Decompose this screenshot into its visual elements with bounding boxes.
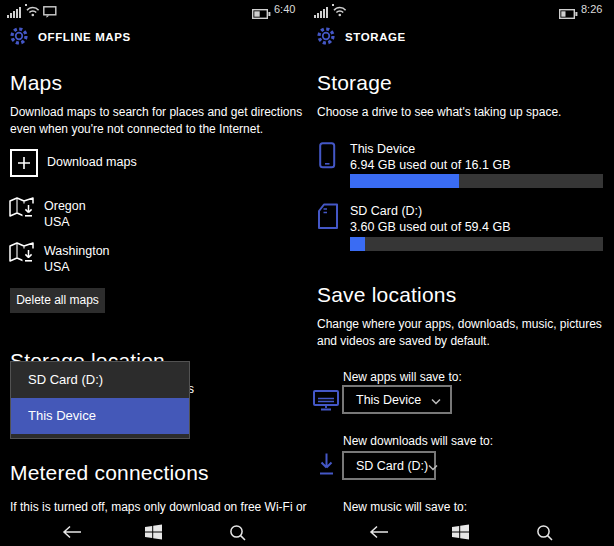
map-list-item[interactable]: Oregon USA bbox=[0, 192, 307, 232]
map-list-item[interactable]: Washington USA bbox=[0, 237, 307, 277]
dual-settings-screenshot: 6:40 OFFLINE MAPS Maps Download maps to … bbox=[0, 0, 614, 546]
windows-icon[interactable] bbox=[452, 524, 469, 544]
dropdown-value: SD Card (D:) bbox=[356, 459, 428, 473]
new-downloads-label: New downloads will save to: bbox=[343, 433, 493, 450]
download-icon bbox=[318, 452, 335, 481]
plus-icon bbox=[10, 149, 38, 177]
map-name: Washington bbox=[44, 243, 110, 259]
flyout-option-sd-card[interactable]: SD Card (D:) bbox=[11, 362, 189, 398]
map-name: Oregon bbox=[44, 198, 86, 214]
sd-card-icon bbox=[317, 203, 339, 234]
navigation-bar bbox=[0, 520, 307, 546]
battery-icon bbox=[559, 5, 578, 23]
new-apps-save-dropdown[interactable]: This Device bbox=[342, 385, 452, 414]
chevron-down-icon bbox=[428, 457, 438, 475]
maps-description: Download maps to search for places and g… bbox=[10, 104, 304, 137]
flyout-option-this-device[interactable]: This Device bbox=[11, 398, 189, 434]
storage-section-heading: Storage bbox=[317, 71, 392, 95]
drive-row-sd-card[interactable]: SD Card (D:) 3.60 GB used out of 59.4 GB bbox=[307, 200, 614, 255]
page-title: OFFLINE MAPS bbox=[38, 31, 131, 43]
phone-icon bbox=[319, 142, 336, 173]
offline-maps-screen: 6:40 OFFLINE MAPS Maps Download maps to … bbox=[0, 0, 307, 546]
download-maps-label: Download maps bbox=[47, 154, 137, 170]
maps-section-heading: Maps bbox=[10, 71, 62, 95]
settings-gear-icon bbox=[316, 26, 336, 50]
new-apps-label: New apps will save to: bbox=[343, 369, 462, 386]
map-download-icon bbox=[8, 194, 36, 226]
back-icon[interactable] bbox=[62, 525, 82, 543]
cellular-signal-icon bbox=[7, 4, 23, 22]
battery-icon bbox=[252, 5, 271, 23]
storage-description: Choose a drive to see what's taking up s… bbox=[317, 104, 611, 121]
chevron-down-icon bbox=[431, 391, 441, 409]
drive-usage: 6.94 GB used out of 16.1 GB bbox=[350, 157, 511, 173]
drive-row-this-device[interactable]: This Device 6.94 GB used out of 16.1 GB bbox=[307, 138, 614, 193]
save-locations-description: Change where your apps, downloads, music… bbox=[317, 316, 613, 349]
map-region: USA bbox=[44, 214, 70, 230]
page-title: STORAGE bbox=[345, 31, 406, 43]
storage-location-flyout: SD Card (D:) This Device bbox=[10, 361, 190, 439]
drive-usage-bar bbox=[350, 174, 603, 188]
drive-usage-bar bbox=[350, 237, 603, 251]
map-region: USA bbox=[44, 259, 70, 275]
drive-name: SD Card (D:) bbox=[350, 203, 422, 219]
clock-time: 6:40 bbox=[274, 3, 295, 15]
metered-connections-heading: Metered connections bbox=[10, 461, 209, 485]
clock-time: 8:26 bbox=[581, 3, 602, 15]
map-download-icon bbox=[8, 239, 36, 271]
search-icon[interactable] bbox=[229, 524, 246, 545]
apps-monitor-icon bbox=[313, 390, 339, 415]
metered-description: If this is turned off, maps only downloa… bbox=[10, 499, 310, 516]
back-icon[interactable] bbox=[369, 525, 389, 543]
new-downloads-save-dropdown[interactable]: SD Card (D:) bbox=[342, 451, 436, 480]
drive-usage: 3.60 GB used out of 59.4 GB bbox=[350, 219, 511, 235]
settings-gear-icon bbox=[9, 26, 29, 50]
download-maps-button[interactable]: Download maps bbox=[10, 149, 170, 179]
wifi-icon bbox=[25, 3, 40, 21]
wifi-icon bbox=[332, 3, 347, 21]
save-locations-heading: Save locations bbox=[317, 283, 456, 307]
search-icon[interactable] bbox=[536, 524, 553, 545]
message-icon bbox=[43, 4, 57, 22]
windows-icon[interactable] bbox=[145, 524, 162, 544]
drive-name: This Device bbox=[350, 141, 415, 157]
delete-all-maps-button[interactable]: Delete all maps bbox=[10, 288, 105, 313]
cellular-signal-icon bbox=[314, 4, 330, 22]
drive-usage-bar-fill bbox=[350, 237, 365, 251]
storage-screen: 8:26 STORAGE Storage Choose a drive to s… bbox=[307, 0, 614, 546]
drive-usage-bar-fill bbox=[350, 174, 459, 188]
dropdown-value: This Device bbox=[356, 393, 431, 407]
navigation-bar bbox=[307, 520, 614, 546]
new-music-label: New music will save to: bbox=[343, 499, 467, 516]
